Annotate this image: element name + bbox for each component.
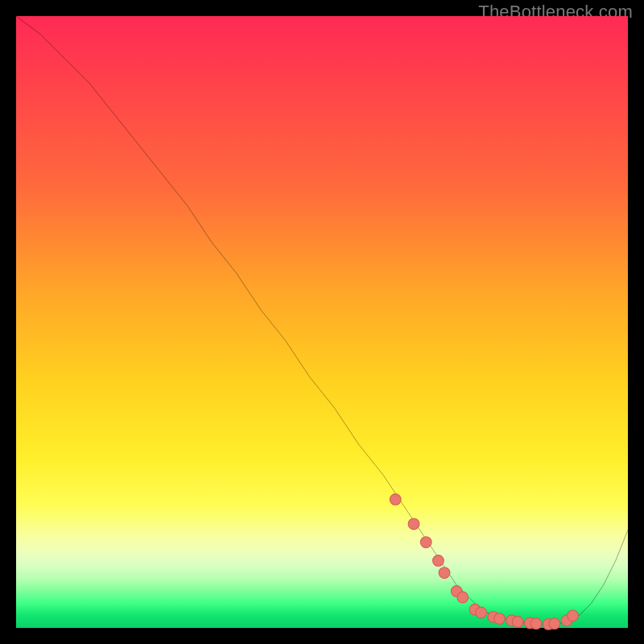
curve-svg — [16, 16, 628, 628]
marker-dot — [457, 592, 469, 603]
marker-dot — [568, 610, 579, 621]
marker-dot — [494, 613, 506, 625]
marker-dot — [530, 618, 542, 630]
marker-dot — [408, 518, 419, 530]
trough-markers — [390, 494, 578, 630]
marker-dot — [512, 617, 523, 628]
marker-dot — [420, 537, 431, 548]
chart-stage: TheBottleneck.com — [0, 0, 644, 644]
plot-area — [16, 16, 628, 628]
marker-dot — [549, 618, 560, 630]
marker-dot — [476, 607, 487, 618]
bottleneck-curve — [16, 16, 628, 625]
marker-dot — [439, 568, 450, 579]
marker-dot — [433, 555, 444, 567]
marker-dot — [390, 494, 401, 506]
